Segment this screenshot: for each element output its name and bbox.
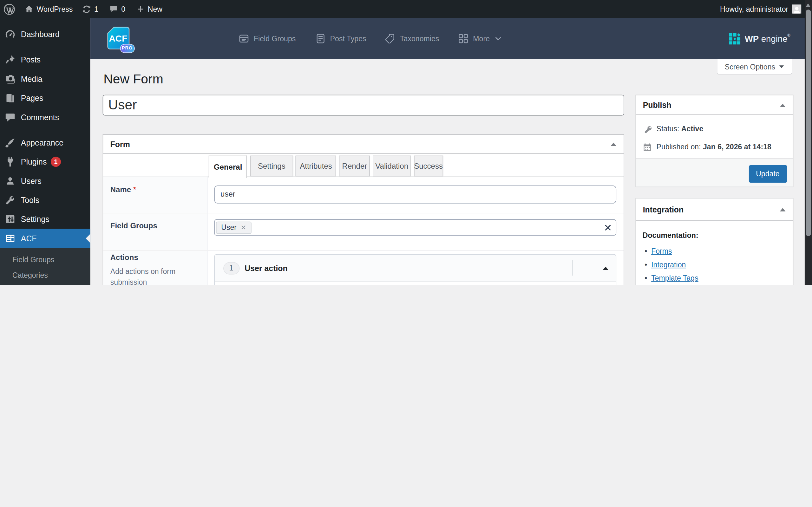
- svg-text:ACF: ACF: [109, 33, 127, 44]
